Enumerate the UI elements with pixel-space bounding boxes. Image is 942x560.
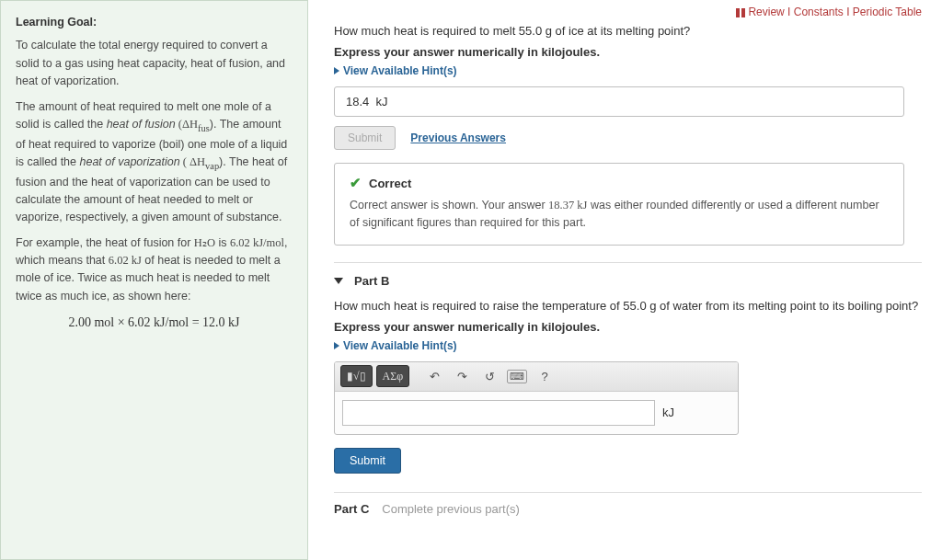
chevron-down-icon: [334, 278, 343, 284]
part-a-answer-display: 18.4 kJ: [334, 86, 904, 117]
part-c-row: Part C Complete previous part(s): [334, 492, 922, 516]
part-b-question: How much heat is required to raise the t…: [334, 299, 922, 313]
learning-goal-p2: The amount of heat required to melt one …: [16, 98, 293, 227]
keyboard-icon: ⌨: [507, 370, 527, 383]
undo-icon: ↶: [430, 370, 440, 383]
learning-goal-panel: Learning Goal: To calculate the total en…: [0, 0, 308, 560]
chevron-right-icon: [334, 342, 339, 349]
redo-icon: ↷: [457, 370, 467, 383]
reset-icon: ↺: [485, 370, 495, 383]
answer-toolbar: ▮√▯ ΑΣφ ↶ ↷ ↺ ⌨ ?: [335, 362, 738, 392]
redo-button[interactable]: ↷: [450, 365, 474, 387]
keyboard-button[interactable]: ⌨: [505, 365, 529, 387]
part-b-label: Part B: [354, 274, 389, 288]
chevron-right-icon: [334, 67, 339, 74]
part-b-answer-widget: ▮√▯ ΑΣφ ↶ ↷ ↺ ⌨ ? kJ: [334, 361, 739, 435]
periodic-table-link[interactable]: Periodic Table: [853, 6, 922, 18]
undo-button[interactable]: ↶: [422, 365, 446, 387]
part-a-feedback: ✔ Correct Correct answer is shown. Your …: [334, 163, 904, 246]
top-links: Review I Constants I Periodic Table: [334, 6, 922, 18]
part-b-submit-button[interactable]: Submit: [334, 448, 401, 474]
feedback-body: Correct answer is shown. Your answer 18.…: [350, 197, 889, 232]
part-b-instruction: Express your answer numerically in kiloj…: [334, 320, 922, 334]
part-b-unit: kJ: [662, 406, 674, 419]
help-button[interactable]: ?: [533, 365, 557, 387]
review-icon: [736, 8, 745, 17]
svg-rect-0: [736, 8, 740, 17]
part-b: How much heat is required to raise the t…: [334, 299, 922, 474]
part-c-status: Complete previous part(s): [382, 502, 520, 516]
previous-answers-link[interactable]: Previous Answers: [410, 131, 506, 144]
greek-letters-button[interactable]: ΑΣφ: [376, 365, 410, 387]
part-a-submit-button: Submit: [334, 126, 396, 150]
question-panel: Review I Constants I Periodic Table How …: [308, 0, 942, 560]
learning-goal-heading: Learning Goal:: [16, 14, 293, 31]
part-a: How much heat is required to melt 55.0 g…: [334, 24, 922, 246]
part-a-hints-toggle[interactable]: View Available Hint(s): [334, 64, 922, 77]
part-a-question: How much heat is required to melt 55.0 g…: [334, 24, 922, 38]
review-link[interactable]: Review: [748, 6, 784, 18]
part-b-answer-input[interactable]: [342, 400, 655, 426]
part-b-hints-toggle[interactable]: View Available Hint(s): [334, 339, 922, 352]
part-a-instruction: Express your answer numerically in kiloj…: [334, 45, 922, 59]
constants-link[interactable]: Constants: [794, 6, 844, 18]
part-b-header[interactable]: Part B: [334, 262, 922, 288]
feedback-title: ✔ Correct: [350, 175, 889, 191]
part-c-label: Part C: [334, 502, 369, 516]
checkmark-icon: ✔: [350, 175, 362, 191]
learning-goal-p1: To calculate the total energy required t…: [16, 37, 293, 90]
svg-rect-1: [741, 8, 745, 17]
part-a-submit-row: Submit Previous Answers: [334, 126, 922, 150]
answer-input-area: kJ: [335, 392, 738, 434]
example-equation: 2.00 mol × 6.02 kJ/mol = 12.0 kJ: [16, 313, 293, 333]
templates-button[interactable]: ▮√▯: [340, 365, 373, 387]
learning-goal-p3: For example, the heat of fusion for H₂O …: [16, 234, 293, 306]
reset-button[interactable]: ↺: [477, 365, 501, 387]
